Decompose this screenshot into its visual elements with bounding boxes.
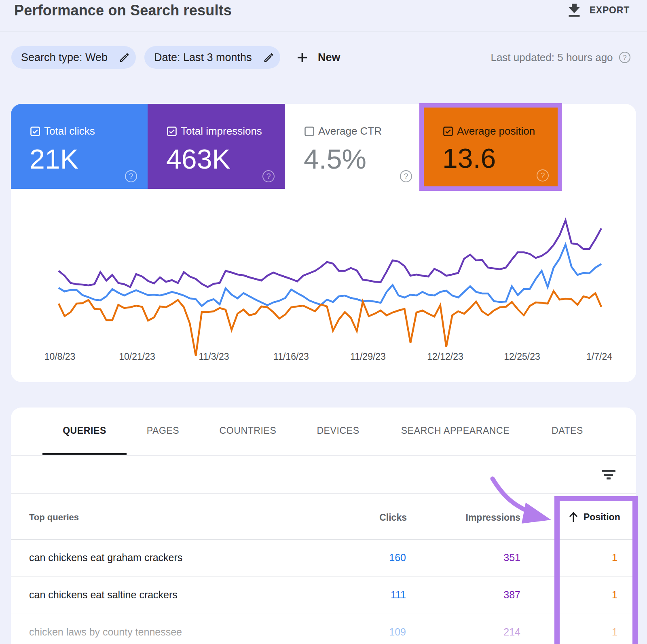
- svg-text:?: ?: [623, 54, 626, 61]
